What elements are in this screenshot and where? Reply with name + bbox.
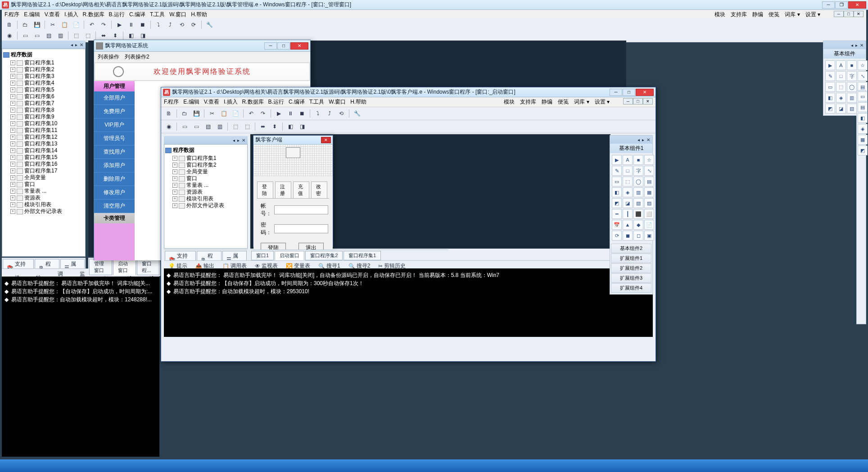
tool-button[interactable]: ⏹ — [138, 20, 148, 30]
sys-menu-item[interactable]: 免费用户 — [94, 105, 135, 118]
palette-tab[interactable]: 扩展组件1 — [611, 254, 651, 263]
tree-item[interactable]: + 窗口程序集13 — [3, 141, 84, 147]
tool-button[interactable]: ◨ — [138, 31, 148, 41]
tool-button[interactable]: 📋 — [219, 109, 229, 118]
mdi-max[interactable]: □ — [844, 11, 854, 17]
sys-menu-item[interactable]: VIP用户 — [94, 118, 135, 132]
second-close-button[interactable]: ✕ — [636, 89, 654, 96]
run-icon[interactable]: ▶ — [114, 20, 124, 30]
mdi-max[interactable]: □ — [633, 98, 643, 104]
menu-section[interactable]: 用户管理 — [94, 81, 135, 91]
tool-button[interactable]: 🗎 — [164, 109, 174, 118]
palette-button[interactable]: 字 — [847, 71, 857, 81]
palette-button[interactable]: ☆ — [858, 60, 868, 70]
tree-item[interactable]: + 窗口程序集6 — [3, 93, 84, 100]
tree-item[interactable]: + 全局变量 — [165, 168, 246, 175]
menu-item[interactable]: T.工具 — [309, 98, 324, 106]
menu-item[interactable]: F.程序 — [164, 98, 179, 106]
menu-item[interactable]: R.数据库 — [83, 11, 104, 18]
palette-button[interactable]: ━ — [612, 209, 622, 219]
right-strip-button[interactable]: ◧ — [858, 113, 868, 123]
mdi-close[interactable]: ✕ — [643, 98, 653, 104]
tool-button[interactable]: 🔧 — [204, 20, 214, 30]
tool-button[interactable]: ⏸ — [285, 109, 295, 118]
tool-button[interactable]: ✂ — [207, 109, 217, 118]
palette-tab[interactable]: 基本组件2 — [611, 244, 651, 253]
palette-button[interactable]: ▭ — [612, 177, 622, 186]
palette-button[interactable]: ■ — [633, 155, 643, 165]
taskbar[interactable] — [0, 459, 868, 472]
tab-changepw[interactable]: 改密 — [311, 182, 327, 198]
palette-button[interactable]: ⬚ — [836, 82, 846, 92]
menu-item[interactable]: F.程序 — [5, 11, 19, 18]
palette-button[interactable]: ◧ — [825, 93, 835, 103]
tool-button[interactable]: ⬚ — [71, 31, 81, 41]
palette-button[interactable]: ▧ — [847, 104, 857, 113]
tool-button[interactable]: ⟲ — [177, 20, 187, 30]
palette-button[interactable]: ⬚ — [623, 177, 633, 186]
menu-item[interactable]: 词库 ▾ — [785, 11, 800, 18]
tool-button[interactable]: ⬚ — [231, 122, 240, 132]
sys-close-button[interactable]: ✕ — [290, 42, 308, 50]
menu-item[interactable]: V.查看 — [204, 98, 219, 106]
tree-item[interactable]: + 模块引用表 — [3, 201, 84, 208]
tool-button[interactable]: ▭ — [32, 31, 42, 41]
tree-item[interactable]: + 窗口程序集1 — [165, 155, 246, 162]
tool-button[interactable]: ⬌ — [258, 122, 268, 132]
palette-button[interactable]: ▤ — [644, 177, 654, 186]
tool-button[interactable]: 💾 — [32, 20, 42, 30]
tree-item[interactable]: + 窗口程序集9 — [3, 113, 84, 120]
run-icon[interactable]: ▶ — [274, 109, 284, 118]
sys-menu-item[interactable]: 全部用户 — [94, 91, 135, 105]
tool-button[interactable]: ↶ — [87, 20, 97, 30]
sys-menu-item[interactable]: 查找用户 — [94, 145, 135, 159]
menu-item[interactable]: I.插入 — [64, 11, 78, 18]
menu-section[interactable]: 卡类管理 — [94, 213, 135, 223]
tool-button[interactable]: ▥ — [215, 122, 225, 132]
tree-item[interactable]: + 窗口程序集8 — [3, 107, 84, 113]
tool-new-icon[interactable]: 🗎 — [5, 20, 14, 30]
tree-item[interactable]: + 窗口 — [3, 181, 84, 188]
tool-button[interactable]: ▤ — [44, 31, 54, 41]
palette-button[interactable]: ◩ — [612, 198, 622, 208]
palette-button[interactable]: ◻ — [633, 231, 643, 241]
tool-button[interactable]: ◧ — [126, 31, 136, 41]
doc-tab[interactable]: 窗口程... — [137, 259, 159, 275]
menu-item[interactable]: 设置 ▾ — [805, 11, 820, 18]
sys-max-button[interactable]: □ — [277, 42, 290, 50]
tree-item[interactable]: + 窗口程序集5 — [3, 86, 84, 93]
tool-button[interactable]: ⟳ — [189, 20, 199, 30]
tool-button[interactable]: 🔧 — [352, 109, 362, 118]
palette-button[interactable]: ▲ — [623, 220, 633, 230]
tree-item[interactable]: + 窗口程序集11 — [3, 127, 84, 134]
sys-min-button[interactable]: ─ — [264, 42, 277, 50]
main-close-button[interactable]: ✕ — [848, 1, 866, 9]
tool-button[interactable]: ◨ — [297, 122, 307, 132]
tool-button[interactable]: ⬌ — [99, 31, 108, 41]
menu-item[interactable]: C.编译 — [129, 11, 145, 18]
tool-button[interactable]: ▭ — [180, 122, 190, 132]
input-user[interactable] — [274, 205, 328, 214]
second-min-button[interactable]: ─ — [610, 89, 622, 96]
tree-item[interactable]: + 外部文件记录表 — [165, 202, 246, 209]
tool-button[interactable]: ▥ — [55, 31, 65, 41]
tree-item[interactable]: + 外部文件记录表 — [3, 208, 84, 215]
mdi-min[interactable]: ─ — [834, 11, 844, 17]
tool-button[interactable]: ↷ — [99, 20, 108, 30]
main-maximize-button[interactable]: ❐ — [835, 1, 848, 9]
menu-item[interactable]: R.数据库 — [242, 98, 264, 106]
tree-item[interactable]: + 窗口程序集16 — [3, 161, 84, 168]
menu-item[interactable]: 便笺 — [558, 98, 569, 106]
tree-root[interactable]: 程序数据 — [165, 146, 246, 154]
tool-button[interactable]: 📋 — [59, 20, 69, 30]
palette-button[interactable]: ▶ — [825, 60, 835, 70]
palette-button[interactable]: ┃ — [623, 209, 633, 219]
palette-button[interactable]: ▨ — [644, 198, 654, 208]
client-close-button[interactable]: ✕ — [321, 137, 331, 143]
tool-button[interactable]: ◉ — [164, 122, 174, 132]
tool-button[interactable]: ▭ — [191, 122, 201, 132]
tree-item[interactable]: + 窗口程序集15 — [3, 154, 84, 161]
menu-item[interactable]: 设置 ▾ — [595, 98, 610, 106]
palette-button[interactable]: ✎ — [825, 71, 835, 81]
menu-item[interactable]: 模块 — [504, 98, 515, 106]
